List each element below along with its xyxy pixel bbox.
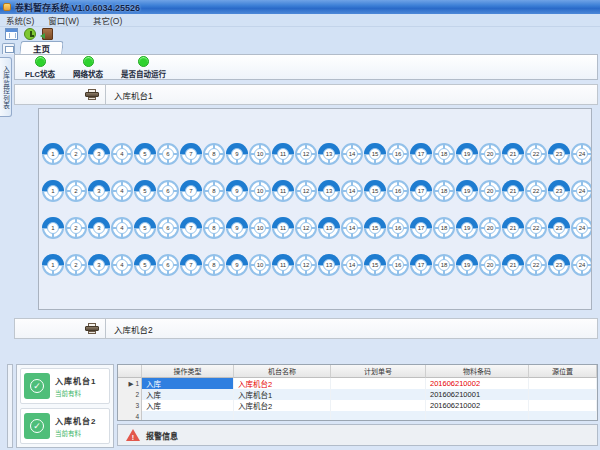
slot-6[interactable]: 6: [157, 254, 179, 276]
slot-11[interactable]: 11: [272, 143, 294, 165]
machine2-monitor-card[interactable]: ✓ 入库机台2 当前有料: [20, 408, 110, 444]
slot-3[interactable]: 3: [88, 143, 110, 165]
slot-8[interactable]: 8: [203, 143, 225, 165]
slot-17[interactable]: 17: [410, 143, 432, 165]
slot-24[interactable]: 24: [571, 180, 592, 202]
menu-window[interactable]: 窗口(W): [48, 14, 79, 26]
slot-22[interactable]: 22: [525, 254, 547, 276]
slot-16[interactable]: 16: [387, 254, 409, 276]
slot-9[interactable]: 9: [226, 254, 248, 276]
slot-13[interactable]: 13: [318, 254, 340, 276]
slot-6[interactable]: 6: [157, 180, 179, 202]
slot-2[interactable]: 2: [65, 217, 87, 239]
slot-1[interactable]: 1: [42, 254, 64, 276]
slot-20[interactable]: 20: [479, 180, 501, 202]
table-row[interactable]: 2入库入库机台1201606210001: [118, 389, 597, 400]
slot-8[interactable]: 8: [203, 180, 225, 202]
slot-3[interactable]: 3: [88, 217, 110, 239]
slot-11[interactable]: 11: [272, 180, 294, 202]
slot-12[interactable]: 12: [295, 143, 317, 165]
slot-4[interactable]: 4: [111, 143, 133, 165]
slot-7[interactable]: 7: [180, 217, 202, 239]
slot-11[interactable]: 11: [272, 217, 294, 239]
slot-8[interactable]: 8: [203, 254, 225, 276]
calendar-icon[interactable]: [5, 28, 18, 40]
slot-24[interactable]: 24: [571, 217, 592, 239]
slot-13[interactable]: 13: [318, 180, 340, 202]
slot-3[interactable]: 3: [88, 180, 110, 202]
clock-icon[interactable]: [24, 28, 36, 40]
slot-17[interactable]: 17: [410, 180, 432, 202]
slot-6[interactable]: 6: [157, 217, 179, 239]
slot-12[interactable]: 12: [295, 254, 317, 276]
col-machine-name[interactable]: 机台名称: [234, 365, 331, 378]
slot-10[interactable]: 10: [249, 180, 271, 202]
slot-13[interactable]: 13: [318, 143, 340, 165]
slot-15[interactable]: 15: [364, 143, 386, 165]
table-row[interactable]: ▶ 1入库入库机台2201606210002: [118, 378, 597, 389]
slot-20[interactable]: 20: [479, 217, 501, 239]
slot-7[interactable]: 7: [180, 254, 202, 276]
slot-23[interactable]: 23: [548, 180, 570, 202]
slot-18[interactable]: 18: [433, 217, 455, 239]
slot-9[interactable]: 9: [226, 143, 248, 165]
table-row[interactable]: 4: [118, 411, 597, 421]
menu-system[interactable]: 系统(S): [6, 14, 34, 26]
slot-5[interactable]: 5: [134, 143, 156, 165]
slot-24[interactable]: 24: [571, 254, 592, 276]
slot-1[interactable]: 1: [42, 180, 64, 202]
slot-15[interactable]: 15: [364, 217, 386, 239]
slot-8[interactable]: 8: [203, 217, 225, 239]
slot-7[interactable]: 7: [180, 180, 202, 202]
slot-1[interactable]: 1: [42, 217, 64, 239]
machine1-monitor-card[interactable]: ✓ 入库机台1 当前有料: [20, 368, 110, 404]
slot-5[interactable]: 5: [134, 217, 156, 239]
slot-22[interactable]: 22: [525, 180, 547, 202]
slot-21[interactable]: 21: [502, 254, 524, 276]
slot-16[interactable]: 16: [387, 180, 409, 202]
exit-icon[interactable]: [42, 28, 53, 40]
slot-19[interactable]: 19: [456, 180, 478, 202]
slot-10[interactable]: 10: [249, 217, 271, 239]
slot-21[interactable]: 21: [502, 180, 524, 202]
slot-22[interactable]: 22: [525, 143, 547, 165]
slot-10[interactable]: 10: [249, 143, 271, 165]
slot-12[interactable]: 12: [295, 180, 317, 202]
slot-4[interactable]: 4: [111, 217, 133, 239]
slot-20[interactable]: 20: [479, 143, 501, 165]
menu-other[interactable]: 其它(O): [93, 14, 122, 26]
slot-4[interactable]: 4: [111, 180, 133, 202]
slot-22[interactable]: 22: [525, 217, 547, 239]
col-material-barcode[interactable]: 物料条码: [426, 365, 529, 378]
col-operation-type[interactable]: 操作类型: [142, 365, 234, 378]
slot-17[interactable]: 17: [410, 254, 432, 276]
col-plan-number[interactable]: 计划单号: [331, 365, 426, 378]
slot-23[interactable]: 23: [548, 217, 570, 239]
slot-2[interactable]: 2: [65, 143, 87, 165]
slot-20[interactable]: 20: [479, 254, 501, 276]
slot-23[interactable]: 23: [548, 143, 570, 165]
slot-21[interactable]: 21: [502, 217, 524, 239]
slot-9[interactable]: 9: [226, 217, 248, 239]
slot-23[interactable]: 23: [548, 254, 570, 276]
slot-5[interactable]: 5: [134, 180, 156, 202]
slot-14[interactable]: 14: [341, 143, 363, 165]
slot-1[interactable]: 1: [42, 143, 64, 165]
slot-19[interactable]: 19: [456, 143, 478, 165]
slot-5[interactable]: 5: [134, 254, 156, 276]
side-tab-monitor-list[interactable]: 入库监控列表: [0, 57, 12, 117]
table-row[interactable]: 3入库入库机台2201606210002: [118, 400, 597, 411]
vertical-splitter[interactable]: [7, 364, 13, 448]
slot-16[interactable]: 16: [387, 143, 409, 165]
slot-6[interactable]: 6: [157, 143, 179, 165]
slot-11[interactable]: 11: [272, 254, 294, 276]
tab-home[interactable]: 主页: [19, 41, 63, 54]
slot-15[interactable]: 15: [364, 180, 386, 202]
machine1-print-button[interactable]: [15, 85, 106, 104]
slot-10[interactable]: 10: [249, 254, 271, 276]
slot-19[interactable]: 19: [456, 254, 478, 276]
slot-13[interactable]: 13: [318, 217, 340, 239]
slot-19[interactable]: 19: [456, 217, 478, 239]
slot-15[interactable]: 15: [364, 254, 386, 276]
slot-18[interactable]: 18: [433, 254, 455, 276]
